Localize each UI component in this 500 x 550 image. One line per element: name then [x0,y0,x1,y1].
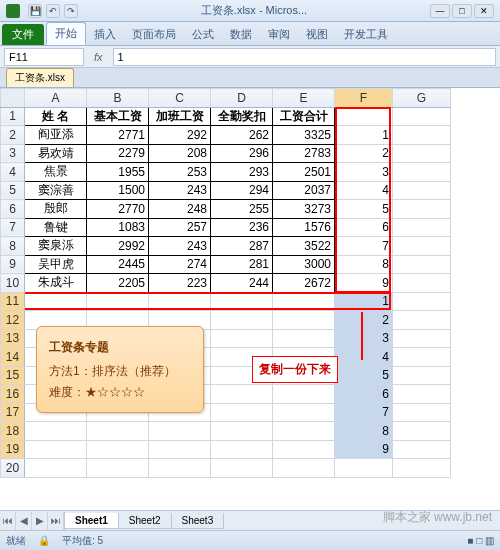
cell[interactable]: 243 [149,237,211,256]
cell[interactable] [25,422,87,441]
cell[interactable]: 236 [211,218,273,237]
row-header[interactable]: 12 [1,311,25,330]
table-header-cell[interactable]: 姓 名 [25,107,87,126]
cell[interactable] [393,274,451,293]
cell[interactable] [273,311,335,330]
cell[interactable] [211,459,273,478]
undo-icon[interactable]: ↶ [46,4,60,18]
cell[interactable]: 8 [335,255,393,274]
cell[interactable]: 3522 [273,237,335,256]
row-header[interactable]: 19 [1,440,25,459]
row-header[interactable]: 6 [1,200,25,219]
row-header[interactable]: 5 [1,181,25,200]
sheet-tab[interactable]: Sheet1 [64,513,119,529]
cell[interactable] [273,385,335,404]
cell[interactable]: 293 [211,163,273,182]
row-header[interactable]: 16 [1,385,25,404]
sheet-tab[interactable]: Sheet3 [171,513,225,529]
ribbon-tab[interactable]: 视图 [298,24,336,45]
cell[interactable]: 3 [335,163,393,182]
cell[interactable]: 274 [149,255,211,274]
cell[interactable] [149,440,211,459]
column-header[interactable]: A [25,89,87,108]
ribbon-tab[interactable]: 开始 [46,22,86,45]
cell[interactable]: 4 [335,348,393,367]
cell[interactable]: 2992 [87,237,149,256]
cell[interactable] [273,440,335,459]
cell[interactable] [393,403,451,422]
cell[interactable]: 2037 [273,181,335,200]
cell[interactable]: 1955 [87,163,149,182]
row-header[interactable]: 17 [1,403,25,422]
cell[interactable] [273,329,335,348]
name-box[interactable]: F11 [4,48,84,66]
column-header[interactable]: D [211,89,273,108]
cell[interactable] [211,422,273,441]
cell[interactable]: 1576 [273,218,335,237]
cell[interactable] [87,292,149,311]
cell[interactable]: 7 [335,237,393,256]
column-header[interactable]: E [273,89,335,108]
cell[interactable]: 2783 [273,144,335,163]
minimize-button[interactable]: — [430,4,450,18]
workbook-tab[interactable]: 工资条.xlsx [6,68,74,87]
cell[interactable] [393,126,451,145]
cell[interactable]: 1 [335,292,393,311]
cell[interactable]: 257 [149,218,211,237]
cell[interactable]: 208 [149,144,211,163]
cell[interactable]: 焦景 [25,163,87,182]
cell[interactable]: 2279 [87,144,149,163]
table-header-cell[interactable]: 全勤奖扣 [211,107,273,126]
cell[interactable]: 5 [335,200,393,219]
row-header[interactable]: 2 [1,126,25,145]
cell[interactable] [393,366,451,385]
cell[interactable] [393,440,451,459]
cell[interactable] [25,292,87,311]
cell[interactable] [87,459,149,478]
sheet-nav-first-icon[interactable]: ⏮ [0,512,16,530]
cell[interactable]: 朱成斗 [25,274,87,293]
cell[interactable] [393,329,451,348]
table-header-cell[interactable]: 工资合计 [273,107,335,126]
cell[interactable] [393,255,451,274]
cell[interactable]: 1500 [87,181,149,200]
cell[interactable]: 243 [149,181,211,200]
cell[interactable] [25,440,87,459]
cell[interactable]: 2672 [273,274,335,293]
cell[interactable]: 2 [335,144,393,163]
row-header[interactable]: 1 [1,107,25,126]
cell[interactable] [335,459,393,478]
ribbon-tab[interactable]: 开发工具 [336,24,396,45]
formula-input[interactable]: 1 [113,48,496,66]
cell[interactable]: 3325 [273,126,335,145]
cell[interactable] [393,107,451,126]
row-header[interactable]: 11 [1,292,25,311]
cell[interactable]: 窦淙善 [25,181,87,200]
cell[interactable]: 殷郎 [25,200,87,219]
cell[interactable]: 阎亚添 [25,126,87,145]
cell[interactable]: 244 [211,274,273,293]
row-header[interactable]: 15 [1,366,25,385]
cell[interactable]: 2445 [87,255,149,274]
cell[interactable]: 窦泉泺 [25,237,87,256]
cell[interactable]: 253 [149,163,211,182]
cell[interactable]: 294 [211,181,273,200]
cell[interactable]: 262 [211,126,273,145]
cell[interactable] [273,292,335,311]
sheet-tab[interactable]: Sheet2 [118,513,172,529]
table-header-cell[interactable]: 基本工资 [87,107,149,126]
cell[interactable]: 3273 [273,200,335,219]
cell[interactable]: 3000 [273,255,335,274]
cell[interactable] [335,107,393,126]
row-header[interactable]: 4 [1,163,25,182]
save-icon[interactable]: 💾 [28,4,42,18]
column-header[interactable]: C [149,89,211,108]
cell[interactable]: 1 [335,126,393,145]
spreadsheet-grid[interactable]: ABCDEFG1姓 名基本工资加班工资全勤奖扣工资合计2阎亚添277129226… [0,88,500,478]
cell[interactable]: 吴甲虎 [25,255,87,274]
cell[interactable]: 2 [335,311,393,330]
sheet-nav-prev-icon[interactable]: ◀ [16,512,32,530]
cell[interactable] [273,459,335,478]
close-button[interactable]: ✕ [474,4,494,18]
cell[interactable]: 2770 [87,200,149,219]
